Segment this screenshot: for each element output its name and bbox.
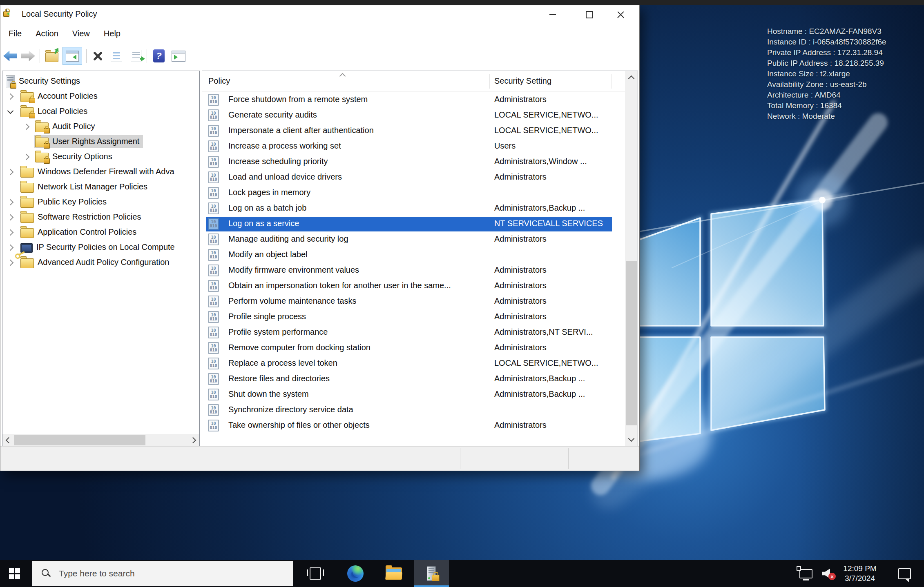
policy-row-increase-scheduling-priority[interactable]: 10010Increase scheduling priorityAdminis… <box>202 154 625 170</box>
policy-row-perform-volume-maintenance-tasks[interactable]: 10010Perform volume maintenance tasksAdm… <box>202 294 625 309</box>
properties-button[interactable] <box>107 47 125 65</box>
tree-item-audit-policy[interactable]: Audit Policy <box>2 119 199 134</box>
policy-row-remove-computer-from-docking-station[interactable]: 10010Remove computer from docking statio… <box>202 340 625 356</box>
vertical-scrollbar-thumb[interactable] <box>626 261 637 425</box>
task-view-button[interactable] <box>303 560 328 587</box>
scroll-down-arrow-icon[interactable] <box>628 436 635 442</box>
tree-item-local-policies[interactable]: Local Policies <box>2 104 199 119</box>
policy-row-profile-system-performance[interactable]: 10010Profile system performanceAdministr… <box>202 325 625 340</box>
scroll-up-arrow-icon[interactable] <box>628 76 635 82</box>
folder-icon <box>20 198 34 208</box>
menu-bar: FileActionViewHelp <box>0 24 639 44</box>
start-button[interactable] <box>0 560 29 587</box>
policy-row-load-and-unload-device-drivers[interactable]: 10010Load and unload device driversAdmin… <box>202 170 625 185</box>
system-info-line: Instance Size : t2.xlarge <box>767 69 886 79</box>
scroll-right-arrow-icon[interactable] <box>190 437 196 444</box>
policy-row-obtain-an-impersonation-token-for-anothe[interactable]: 10010Obtain an impersonation token for a… <box>202 278 625 294</box>
instance-info-overlay: Hostname : EC2AMAZ-FAN98V3Instance ID : … <box>767 26 886 122</box>
forward-button[interactable] <box>19 47 37 65</box>
policy-row-log-on-as-a-service[interactable]: 10010Log on as a serviceNT SERVICE\ALL S… <box>202 216 625 232</box>
policy-name: Load and unload device drivers <box>228 172 342 182</box>
policy-name: Log on as a batch job <box>228 203 306 213</box>
policy-row-take-ownership-of-files-or-other-objects[interactable]: 10010Take ownership of files or other ob… <box>202 418 625 434</box>
policy-row-manage-auditing-and-security-log[interactable]: 10010Manage auditing and security logAdm… <box>202 232 625 247</box>
tree-item-windows-defender-firewall-with-adva[interactable]: Windows Defender Firewall with Adva <box>2 164 199 179</box>
menu-action[interactable]: Action <box>36 29 58 38</box>
policy-list-pane: Policy Security Setting 10010Force shutd… <box>202 71 638 447</box>
policy-name: Manage auditing and security log <box>228 234 348 244</box>
policy-row-replace-a-process-level-token[interactable]: 10010Replace a process level tokenLOCAL … <box>202 356 625 371</box>
tree-item-network-list-manager-policies[interactable]: Network List Manager Policies <box>2 179 199 194</box>
close-button[interactable] <box>607 5 634 24</box>
edge-browser-button[interactable] <box>341 560 370 587</box>
help-button[interactable] <box>150 47 168 65</box>
system-info-line: Total Memory : 16384 <box>767 100 886 111</box>
expand-chevron-icon[interactable] <box>7 169 14 176</box>
search-input[interactable] <box>58 561 284 586</box>
console-tree-icon <box>66 51 79 62</box>
policy-row-force-shutdown-from-a-remote-system[interactable]: 10010Force shutdown from a remote system… <box>202 92 625 108</box>
tree-item-software-restriction-policies[interactable]: Software Restriction Policies <box>2 209 199 225</box>
status-bar-divider <box>460 448 460 469</box>
status-bar <box>0 446 639 471</box>
policy-name: Shut down the system <box>228 389 309 399</box>
expand-chevron-icon[interactable] <box>7 199 14 206</box>
policy-row-log-on-as-a-batch-job[interactable]: 10010Log on as a batch jobAdministrators… <box>202 201 625 216</box>
system-info-line: Availability Zone : us-east-2b <box>767 79 886 90</box>
tree-item-label: Security Settings <box>19 76 80 86</box>
menu-file[interactable]: File <box>9 29 22 38</box>
taskbar-search[interactable] <box>32 561 293 586</box>
collapse-chevron-icon[interactable] <box>7 108 14 114</box>
delete-button[interactable] <box>89 47 107 65</box>
horizontal-scrollbar-thumb[interactable] <box>14 435 145 445</box>
back-button[interactable] <box>1 47 19 65</box>
menu-view[interactable]: View <box>72 29 90 38</box>
scroll-left-arrow-icon[interactable] <box>6 437 12 444</box>
vertical-scrollbar[interactable] <box>625 71 638 446</box>
show-hide-action-pane-button[interactable] <box>170 47 187 65</box>
expand-chevron-icon[interactable] <box>23 124 30 130</box>
tree-item-security-options[interactable]: Security Options <box>2 149 199 164</box>
policy-doc-icon: 10010 <box>208 358 219 369</box>
expand-chevron-icon[interactable] <box>23 154 30 160</box>
tree-item-advanced-audit-policy-configuration[interactable]: Advanced Audit Policy Configuration <box>2 255 199 270</box>
expand-chevron-icon[interactable] <box>7 214 14 221</box>
policy-row-restore-files-and-directories[interactable]: 10010Restore files and directoriesAdmini… <box>202 371 625 387</box>
local-security-policy-taskbar-button[interactable] <box>414 560 449 587</box>
export-list-button[interactable] <box>127 47 145 65</box>
policy-row-generate-security-audits[interactable]: 10010Generate security auditsLOCAL SERVI… <box>202 108 625 123</box>
show-hide-console-tree-button[interactable] <box>62 47 82 65</box>
file-explorer-button[interactable] <box>379 560 408 587</box>
tree-item-user-rights-assignment[interactable]: User Rights Assignment <box>2 134 199 149</box>
export-button[interactable] <box>43 47 61 65</box>
policy-doc-icon: 10010 <box>208 187 219 199</box>
policy-row-synchronize-directory-service-data[interactable]: 10010Synchronize directory service data <box>202 402 625 418</box>
policy-row-profile-single-process[interactable]: 10010Profile single processAdministrator… <box>202 309 625 325</box>
expand-chevron-icon[interactable] <box>7 260 14 266</box>
expand-chevron-icon[interactable] <box>7 229 14 236</box>
tree-item-ip-security-policies-on-local-compute[interactable]: IP Security Policies on Local Compute <box>2 240 199 255</box>
tree-item-public-key-policies[interactable]: Public Key Policies <box>2 194 199 209</box>
minimize-button[interactable] <box>540 5 566 24</box>
action-center-button[interactable] <box>893 560 916 587</box>
folder-up-icon <box>45 52 58 62</box>
local-security-policy-window: Local Security Policy FileActionViewHelp… <box>0 5 640 471</box>
network-tray-button[interactable] <box>796 560 816 587</box>
policy-row-increase-a-process-working-set[interactable]: 10010Increase a process working setUsers <box>202 139 625 154</box>
policy-row-modify-an-object-label[interactable]: 10010Modify an object label <box>202 247 625 263</box>
policy-row-impersonate-a-client-after-authenticatio[interactable]: 10010Impersonate a client after authenti… <box>202 123 625 139</box>
tree-item-application-control-policies[interactable]: Application Control Policies <box>2 225 199 240</box>
horizontal-scrollbar[interactable] <box>2 434 199 446</box>
expand-chevron-icon[interactable] <box>7 245 14 251</box>
expand-chevron-icon[interactable] <box>7 93 14 100</box>
menu-help[interactable]: Help <box>104 29 121 38</box>
tree-item-security-settings[interactable]: Security Settings <box>2 73 199 89</box>
tree-item-account-policies[interactable]: Account Policies <box>2 89 199 104</box>
folder-icon <box>20 168 34 178</box>
maximize-button[interactable] <box>576 5 603 24</box>
policy-row-modify-firmware-environment-values[interactable]: 10010Modify firmware environment valuesA… <box>202 263 625 278</box>
policy-row-shut-down-the-system[interactable]: 10010Shut down the systemAdministrators,… <box>202 387 625 402</box>
policy-row-lock-pages-in-memory[interactable]: 10010Lock pages in memory <box>202 185 625 201</box>
taskbar-clock[interactable]: 12:09 PM 3/7/2024 <box>836 560 884 587</box>
volume-tray-button[interactable]: × <box>817 560 837 587</box>
